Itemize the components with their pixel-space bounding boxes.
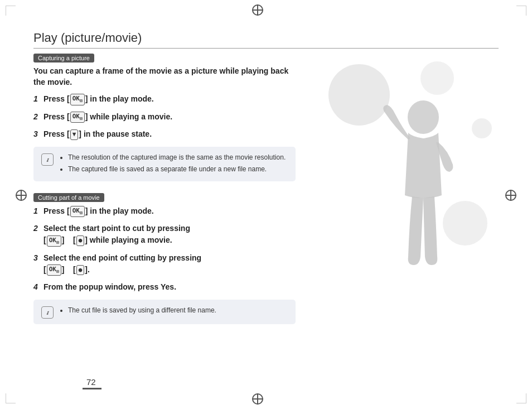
note-content-cut: The cut file is saved by using a differe… xyxy=(59,305,216,317)
section-cut: Cutting part of a movie 1 Press [OK⊞] in… xyxy=(33,193,296,324)
intro-text-capture: You can capture a frame of the movie as … xyxy=(33,66,296,88)
corner-mark-br xyxy=(516,393,526,403)
svg-point-1 xyxy=(420,61,454,95)
step-2-cut: 2 Select the start point to cut by press… xyxy=(33,223,296,246)
note-content-capture: The resolution of the captured image is … xyxy=(59,152,286,176)
page-number: 72 xyxy=(86,377,96,387)
illustration xyxy=(315,56,504,290)
step-4-cut: 4 From the popup window, press Yes. xyxy=(33,281,296,293)
corner-mark-tl xyxy=(6,6,16,16)
corner-mark-tr xyxy=(516,6,526,16)
section-capture: Capturing a picture You can capture a fr… xyxy=(33,53,296,181)
note-icon-cut: 𝚤 xyxy=(41,306,54,319)
step-2-capture: 2 Press [OK⊞] while playing a movie. xyxy=(33,111,296,123)
page-title: Play (picture/movie) xyxy=(33,31,142,45)
svg-point-3 xyxy=(443,201,487,246)
note-box-capture: 𝚤 The resolution of the captured image i… xyxy=(33,147,296,181)
step-1-cut: 1 Press [OK⊞] in the play mode. xyxy=(33,205,296,217)
section-badge-capture: Capturing a picture xyxy=(33,54,94,62)
corner-mark-bl xyxy=(6,393,16,403)
svg-point-4 xyxy=(408,100,439,134)
step-1-capture: 1 Press [OK⊞] in the play mode. xyxy=(33,93,296,105)
section-badge-cut: Cutting part of a movie xyxy=(33,193,104,202)
note-box-cut: 𝚤 The cut file is saved by using a diffe… xyxy=(33,300,296,324)
main-content: Capturing a picture You can capture a fr… xyxy=(33,53,296,335)
step-3-capture: 3 Press [▼] in the pause state. xyxy=(33,128,296,140)
svg-point-2 xyxy=(472,118,492,138)
step-3-cut: 3 Select the end point of cutting by pre… xyxy=(33,252,296,276)
svg-point-0 xyxy=(328,64,390,126)
page-number-underline xyxy=(83,388,101,389)
page-title-area: Play (picture/movie) xyxy=(33,31,499,49)
note-icon-capture: 𝚤 xyxy=(41,153,54,166)
